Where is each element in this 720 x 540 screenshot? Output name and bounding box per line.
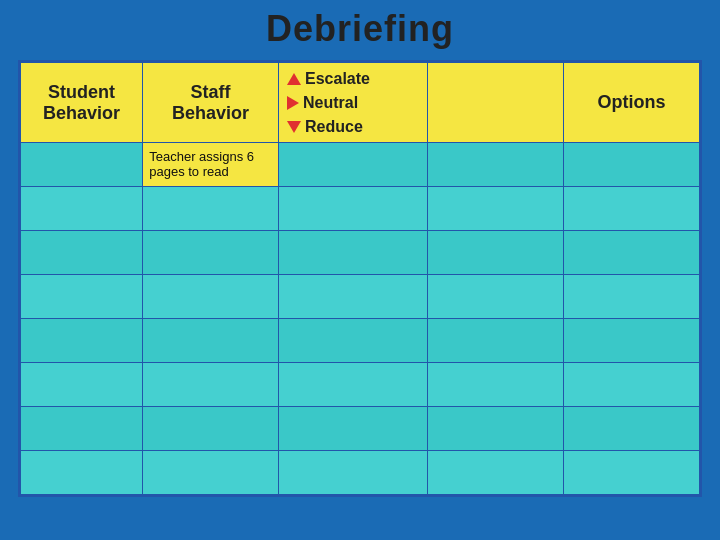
escalate-cell bbox=[279, 319, 428, 363]
staff-cell bbox=[143, 319, 279, 363]
neutral-label: Neutral bbox=[303, 91, 358, 115]
student-cell bbox=[21, 143, 143, 187]
table-row: Teacher assigns 6 pages to read bbox=[21, 143, 700, 187]
options-cell bbox=[564, 275, 700, 319]
main-table: Student Behavior Staff Behavior Escalate bbox=[20, 62, 700, 495]
options-cell bbox=[564, 363, 700, 407]
escalate-cell bbox=[279, 275, 428, 319]
staff-cell bbox=[143, 363, 279, 407]
options-cell bbox=[564, 143, 700, 187]
staff-cell bbox=[143, 451, 279, 495]
staff-cell bbox=[143, 275, 279, 319]
staff-cell bbox=[143, 231, 279, 275]
table-row bbox=[21, 407, 700, 451]
escalate-cell bbox=[279, 187, 428, 231]
blank-cell bbox=[428, 319, 564, 363]
blank-cell bbox=[428, 275, 564, 319]
blank-cell bbox=[428, 187, 564, 231]
table-body: Teacher assigns 6 pages to read bbox=[21, 143, 700, 495]
header-staff-behavior: Staff Behavior bbox=[143, 63, 279, 143]
table-row bbox=[21, 319, 700, 363]
staff-cell: Teacher assigns 6 pages to read bbox=[143, 143, 279, 187]
table-row bbox=[21, 231, 700, 275]
header-escalate-neutral-reduce: Escalate Neutral Reduce bbox=[279, 63, 428, 143]
blank-cell bbox=[428, 363, 564, 407]
options-cell bbox=[564, 231, 700, 275]
options-cell bbox=[564, 451, 700, 495]
reduce-arrow-icon bbox=[287, 121, 301, 133]
student-cell bbox=[21, 275, 143, 319]
header-student-behavior: Student Behavior bbox=[21, 63, 143, 143]
header-options: Options bbox=[564, 63, 700, 143]
blank-cell bbox=[428, 407, 564, 451]
reduce-label: Reduce bbox=[305, 115, 363, 139]
header-blank bbox=[428, 63, 564, 143]
options-cell bbox=[564, 319, 700, 363]
page-wrapper: Debriefing Student Behavior Staff Behavi… bbox=[0, 0, 720, 540]
neutral-arrow-icon bbox=[287, 96, 299, 110]
student-cell bbox=[21, 451, 143, 495]
table-row bbox=[21, 275, 700, 319]
header-row: Student Behavior Staff Behavior Escalate bbox=[21, 63, 700, 143]
escalate-cell bbox=[279, 143, 428, 187]
escalate-cell bbox=[279, 451, 428, 495]
escalate-label: Escalate bbox=[305, 67, 370, 91]
staff-cell bbox=[143, 407, 279, 451]
student-cell bbox=[21, 319, 143, 363]
options-cell bbox=[564, 187, 700, 231]
student-cell bbox=[21, 187, 143, 231]
table-container: Student Behavior Staff Behavior Escalate bbox=[18, 60, 702, 497]
table-row bbox=[21, 363, 700, 407]
escalate-arrow-icon bbox=[287, 73, 301, 85]
escalate-cell bbox=[279, 363, 428, 407]
blank-cell bbox=[428, 231, 564, 275]
blank-cell bbox=[428, 451, 564, 495]
escalate-cell bbox=[279, 407, 428, 451]
staff-behavior-text: Teacher assigns 6 pages to read bbox=[149, 149, 254, 179]
table-row bbox=[21, 451, 700, 495]
table-row bbox=[21, 187, 700, 231]
escalate-cell bbox=[279, 231, 428, 275]
page-title: Debriefing bbox=[0, 0, 720, 56]
options-cell bbox=[564, 407, 700, 451]
staff-cell bbox=[143, 187, 279, 231]
student-cell bbox=[21, 231, 143, 275]
blank-cell bbox=[428, 143, 564, 187]
student-cell bbox=[21, 407, 143, 451]
student-cell bbox=[21, 363, 143, 407]
